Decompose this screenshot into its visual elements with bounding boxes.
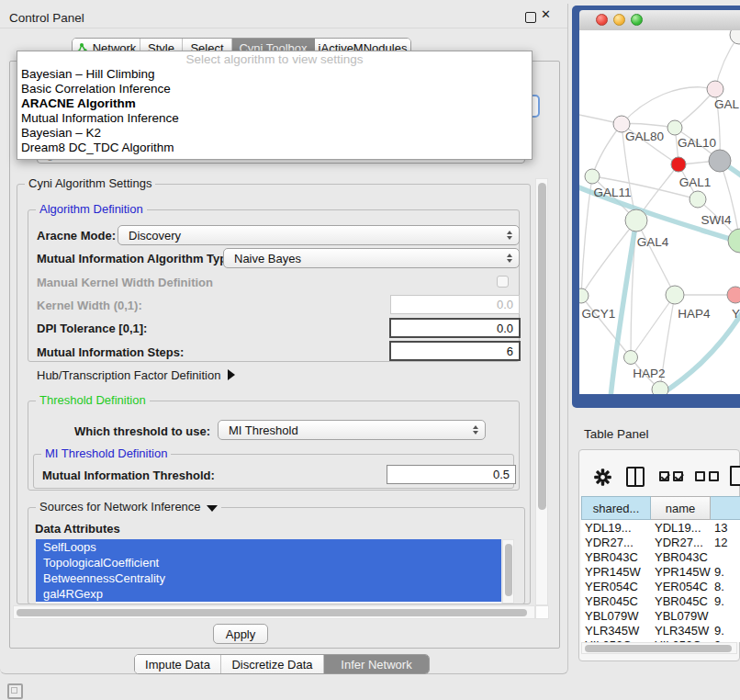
network-edge [592, 124, 622, 176]
stepper-arrows-icon [473, 425, 478, 435]
which-threshold-select[interactable]: MI Threshold [218, 420, 486, 440]
network-node[interactable] [690, 191, 706, 208]
dropdown-item[interactable]: Mutual Information Inference [17, 111, 532, 126]
close-icon[interactable]: ✕ [541, 7, 551, 21]
table-row[interactable]: YDR27...YDR27...12 [581, 535, 740, 549]
table-horizontal-scrollbar[interactable] [581, 642, 737, 654]
network-node[interactable] [727, 287, 740, 303]
split-columns-icon[interactable] [626, 467, 645, 487]
apply-button[interactable]: Apply [213, 624, 268, 644]
tab-infer-network[interactable]: Infer Network [324, 655, 429, 673]
unchecked-checkbox-icon[interactable] [709, 471, 719, 481]
table-body[interactable]: YDL19...YDL19...13YDR27...YDR27...12YBR0… [581, 520, 740, 642]
network-canvas[interactable]: GALGAL80GAL10GAL1GAL11SWI4GAL4GCY1HAP4YH… [579, 30, 740, 394]
titlebar-divider [0, 28, 567, 28]
algorithm-placeholder: Select algorithm to view settings [17, 51, 532, 67]
network-node[interactable] [667, 120, 682, 135]
table-cell: YPR145W [651, 565, 711, 579]
table-cell: YBL079W [651, 609, 711, 623]
expand-arrow-icon [228, 369, 235, 380]
network-node[interactable] [671, 157, 686, 172]
network-node[interactable] [585, 169, 600, 184]
network-node[interactable] [730, 30, 740, 44]
network-node[interactable] [728, 229, 740, 253]
settings-horizontal-scrollbar[interactable] [13, 605, 535, 619]
data-attributes-list[interactable]: SelfLoopsTopologicalCoefficientBetweenne… [36, 539, 501, 604]
table-header: shared...name [581, 496, 740, 520]
minimize-traffic-light[interactable] [613, 14, 625, 26]
float-window-icon[interactable] [525, 12, 536, 23]
data-attribute-item[interactable]: BetweennessCentrality [36, 570, 501, 586]
table-row[interactable]: YBR045CYBR045C9. [581, 593, 740, 608]
stepper-arrows-icon [507, 231, 512, 240]
network-node[interactable] [709, 150, 731, 172]
node-label: GCY1 [582, 307, 616, 321]
gear-icon[interactable] [593, 468, 612, 487]
data-attribute-item[interactable]: TopologicalCoefficient [36, 555, 501, 570]
manual-kernel-width-checkbox[interactable] [497, 276, 509, 288]
tab-impute-data[interactable]: Impute Data [135, 655, 221, 673]
network-node[interactable] [624, 351, 638, 365]
column-header[interactable]: name [651, 496, 711, 520]
table-row[interactable]: YPR145WYPR145W9. [581, 564, 740, 579]
table-cell: YBR043C [651, 550, 711, 564]
data-attribute-item[interactable]: SelfLoops [36, 539, 501, 555]
table-cell: YDL19... [581, 521, 651, 535]
node-label: GAL [714, 97, 740, 111]
table-row[interactable]: YDL19...YDL19...13 [581, 520, 740, 535]
table-cell: 12 [711, 536, 740, 549]
table-row[interactable]: YER054CYER054C8. [581, 579, 740, 593]
close-traffic-light[interactable] [596, 14, 608, 26]
mi-algorithm-type-value: Naive Bayes [234, 252, 301, 265]
table-cell: YER054C [651, 580, 711, 593]
table-row[interactable]: YBR043CYBR043C [581, 549, 740, 564]
table-row[interactable]: YLR345WYLR345W9. [581, 623, 740, 638]
document-icon[interactable] [730, 466, 740, 486]
attribute-list-scrollbar[interactable] [502, 539, 514, 604]
data-attribute-item[interactable]: gal4RGexp [36, 586, 501, 602]
data-attributes-label: Data Attributes [35, 522, 120, 536]
dpi-tolerance-field[interactable]: 0.0 [389, 318, 521, 338]
control-panel-title: Control Panel [9, 11, 84, 25]
network-window-titlebar[interactable] [579, 10, 740, 31]
sources-title[interactable]: Sources for Network Inference [36, 500, 221, 514]
table-cell: 9. [711, 594, 740, 608]
table-row[interactable]: YBL079WYBL079W [581, 608, 740, 623]
network-edge [636, 220, 675, 295]
column-header[interactable] [711, 496, 740, 520]
dropdown-item[interactable]: Bayesian – Hill Climbing [17, 67, 532, 82]
network-node[interactable] [625, 209, 647, 231]
hub-transcription-expander[interactable]: Hub/Transcription Factor Definition [37, 368, 235, 382]
settings-vertical-scrollbar[interactable] [535, 178, 548, 605]
unchecked-checkbox-icon[interactable] [695, 471, 705, 481]
network-node[interactable] [666, 286, 684, 304]
table-cell: YBR045C [581, 594, 651, 608]
node-label: GAL4 [637, 235, 669, 249]
checked-checkbox-icon[interactable] [659, 471, 669, 481]
node-label: GAL10 [678, 136, 716, 150]
network-node[interactable] [707, 81, 723, 97]
dropdown-item[interactable]: Dream8 DC_TDC Algorithm [17, 141, 532, 155]
node-label: HAP2 [633, 367, 665, 380]
zoom-traffic-light[interactable] [631, 14, 643, 26]
table-cell: 8. [711, 580, 740, 593]
tab-discretize-data[interactable]: Discretize Data [221, 655, 324, 673]
mi-steps-field[interactable]: 6 [389, 341, 521, 361]
mi-threshold-field[interactable]: 0.5 [387, 465, 516, 484]
minimized-panel-icon[interactable] [7, 683, 23, 699]
table-cell: YPR145W [581, 565, 651, 579]
kernel-width-field: 0.0 [390, 295, 520, 314]
aracne-mode-select[interactable]: Discovery [118, 225, 520, 245]
network-node[interactable] [652, 381, 668, 394]
checked-checkbox-icon[interactable] [673, 471, 683, 481]
mi-algorithm-type-select[interactable]: Naive Bayes [223, 248, 520, 268]
dropdown-item[interactable]: Basic Correlation Inference [17, 82, 532, 96]
column-header[interactable]: shared... [581, 496, 651, 520]
dropdown-item[interactable]: ARACNE Algorithm [17, 96, 532, 111]
network-node[interactable] [579, 288, 589, 303]
stepper-arrows-icon [507, 254, 512, 263]
kernel-width-label: Kernel Width (0,1): [37, 299, 142, 312]
collapse-arrow-icon [207, 505, 218, 512]
dropdown-item[interactable]: Bayesian – K2 [17, 126, 532, 141]
node-label: GAL1 [679, 175, 712, 189]
